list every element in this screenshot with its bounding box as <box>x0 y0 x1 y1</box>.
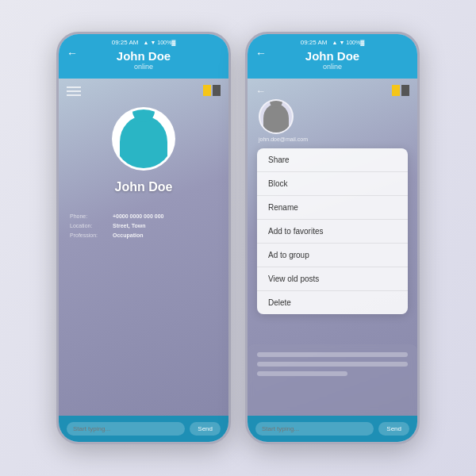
menu-item-share[interactable]: Share <box>257 148 408 172</box>
time-left: 09:25 AM <box>112 39 139 46</box>
status-row-left: ← 09:25 AM ▲ ▼ 100%▓ <box>68 39 219 46</box>
avatar-circle <box>112 107 175 171</box>
square-dark-right <box>401 85 409 96</box>
context-avatar <box>259 99 294 134</box>
blur-line-3 <box>257 371 347 376</box>
send-button-left[interactable]: Send <box>190 422 221 436</box>
status-row-right: ← 09:25 AM ▲ ▼ 100%▓ <box>257 39 408 46</box>
bottom-bar-left: Send <box>59 416 228 442</box>
menu-item-view-posts[interactable]: View old posts <box>257 267 408 291</box>
menu-item-rename[interactable]: Rename <box>257 196 408 220</box>
title-right: John Doe <box>257 49 408 63</box>
info-row-location: Location: Street, Town <box>70 223 217 228</box>
avatar-silhouette <box>120 116 167 168</box>
time-right: 09:25 AM <box>301 39 328 46</box>
hamburger-icon[interactable] <box>67 86 81 96</box>
back-arrow-right[interactable]: ← <box>255 47 267 60</box>
square-dark <box>213 85 221 96</box>
info-row-profession: Profession: Occupation <box>70 232 217 238</box>
bottom-bar-right: Send <box>248 416 417 442</box>
phone-left: ← 09:25 AM ▲ ▼ 100%▓ John Doe online <box>56 32 231 444</box>
menu-item-add-group[interactable]: Ad to group <box>257 244 408 267</box>
profile-name: John Doe <box>115 180 173 194</box>
type-input-right[interactable] <box>255 422 374 436</box>
info-table: Phone: +0000 0000 000 000 Location: Stre… <box>59 202 228 253</box>
avatar-head <box>132 107 155 122</box>
menu-item-add-favorites[interactable]: Add to favorites <box>257 220 408 244</box>
square-yellow-right <box>392 85 400 96</box>
menu-item-block[interactable]: Block <box>257 172 408 196</box>
top-bar-left: ← 09:25 AM ▲ ▼ 100%▓ John Doe online <box>59 34 228 79</box>
info-value-profession: Occupation <box>113 232 144 238</box>
blur-panel <box>248 344 417 416</box>
subtitle-right: online <box>257 63 408 71</box>
subtitle-left: online <box>68 63 219 71</box>
status-icons-right: ▲ ▼ 100%▓ <box>332 40 365 45</box>
blur-line-2 <box>257 362 408 367</box>
info-row-phone: Phone: +0000 0000 000 000 <box>70 213 217 219</box>
info-value-location: Street, Town <box>113 223 145 228</box>
info-value-phone: +0000 0000 000 000 <box>113 213 163 219</box>
phone-right: ← 09:25 AM ▲ ▼ 100%▓ John Doe online ← j… <box>245 32 420 444</box>
ctx-email: john.doe@mail.com <box>259 136 308 142</box>
title-left: John Doe <box>68 49 219 63</box>
blur-line-1 <box>257 352 408 357</box>
info-label-profession: Profession: <box>70 232 113 238</box>
info-label-location: Location: <box>70 223 113 228</box>
ctx-head <box>270 99 282 108</box>
context-menu: Share Block Rename Add to favorites Ad t… <box>257 148 408 314</box>
color-squares-left <box>203 85 221 96</box>
back-arrow-left[interactable]: ← <box>67 47 78 60</box>
type-input-left[interactable] <box>67 422 185 436</box>
top-bar-right: ← 09:25 AM ▲ ▼ 100%▓ John Doe online <box>248 34 417 79</box>
color-squares-right <box>392 85 409 96</box>
status-icons-left: ▲ ▼ 100%▓ <box>144 40 176 45</box>
info-label-phone: Phone: <box>70 213 113 219</box>
menu-item-delete[interactable]: Delete <box>257 291 408 314</box>
blur-lines <box>248 344 417 384</box>
square-yellow <box>203 85 211 96</box>
screen-left: John Doe Phone: +0000 0000 000 000 Locat… <box>59 79 228 416</box>
context-back-icon[interactable]: ← <box>255 85 266 97</box>
ctx-silhouette <box>263 104 289 132</box>
scene: ← 09:25 AM ▲ ▼ 100%▓ John Doe online <box>0 0 476 476</box>
screen-right: ← john.doe@mail.com Share Block Rename A… <box>248 79 417 416</box>
send-button-right[interactable]: Send <box>378 422 409 436</box>
